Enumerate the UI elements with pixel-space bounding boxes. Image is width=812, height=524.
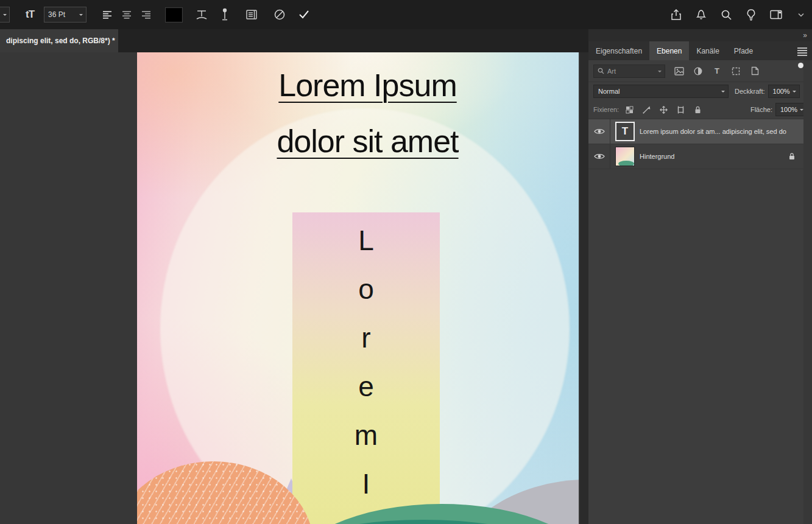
- layers-list: T Lorem ipsum dolor sit am... adipiscing…: [588, 119, 812, 169]
- text-cursor-icon[interactable]: [217, 7, 232, 23]
- panel-scrollbar[interactable]: [803, 60, 812, 524]
- opacity-label: Deckkraft:: [735, 88, 765, 95]
- blend-mode-select[interactable]: Normal: [593, 85, 729, 98]
- warp-text-icon[interactable]: [194, 7, 209, 23]
- toggle-panels-icon[interactable]: [244, 7, 259, 23]
- blend-mode-row: Normal Deckkraft: 100%: [588, 82, 812, 100]
- artwork-heading-line1: Lorem Ipsum: [147, 57, 579, 113]
- filter-adjustment-layers-icon[interactable]: [693, 66, 704, 77]
- photoshop-window: tT 36 Pt: [0, 0, 812, 524]
- commit-icon[interactable]: [297, 7, 311, 23]
- align-center-button[interactable]: [119, 7, 134, 23]
- vertical-letter: o: [292, 265, 440, 313]
- layer-row-background[interactable]: Hintergrund: [588, 144, 803, 169]
- layer-row-text[interactable]: T Lorem ipsum dolor sit am... adipiscing…: [588, 119, 803, 144]
- eye-icon: [594, 128, 605, 135]
- lock-label: Fixieren:: [593, 106, 619, 113]
- layer-filter-row: Art T: [588, 60, 812, 82]
- artwork-vertical-rect: L o r e m I p: [292, 212, 440, 524]
- options-bar-left: tT 36 Pt: [0, 0, 311, 29]
- fill-select[interactable]: 100%: [775, 103, 807, 116]
- opacity-select[interactable]: 100%: [768, 85, 800, 98]
- text-color-swatch[interactable]: [166, 8, 182, 22]
- tab-kanaele[interactable]: Kanäle: [689, 41, 726, 60]
- search-icon: [598, 68, 604, 74]
- vertical-letter: r: [292, 313, 440, 362]
- workspace-switcher-icon[interactable]: [769, 7, 783, 23]
- lock-position-icon[interactable]: [658, 104, 669, 115]
- eye-icon: [594, 153, 605, 160]
- filter-toggle-dot[interactable]: [798, 63, 803, 68]
- text-align-group: [100, 7, 154, 23]
- share-icon[interactable]: [669, 7, 683, 23]
- layer-visibility-cell[interactable]: [588, 144, 610, 169]
- tab-ebenen[interactable]: Ebenen: [649, 41, 689, 60]
- filter-pixel-layers-icon[interactable]: [674, 66, 685, 77]
- layer-name: Hintergrund: [640, 153, 785, 160]
- filter-shape-layers-icon[interactable]: [730, 66, 741, 77]
- panel-menu-icon[interactable]: [797, 46, 807, 57]
- right-panel: » Eigenschaften Ebenen Kanäle Pfade Art: [588, 29, 812, 524]
- options-bar: tT 36 Pt: [0, 0, 812, 29]
- panel-collapse-strip: »: [588, 29, 812, 41]
- document-tab[interactable]: dipiscing elit, sed do, RGB/8*) *: [0, 29, 118, 52]
- tab-pfade[interactable]: Pfade: [727, 41, 760, 60]
- discover-lightbulb-icon[interactable]: [744, 7, 758, 23]
- filter-kind-select[interactable]: Art: [593, 65, 665, 78]
- background-layer-thumbnail[interactable]: [615, 147, 635, 166]
- fill-label: Fläche:: [750, 106, 772, 113]
- filter-type-layers-icon[interactable]: T: [711, 66, 722, 77]
- cancel-icon[interactable]: [272, 7, 287, 23]
- artwork-canvas[interactable]: Lorem Ipsum dolor sit amet L o r e m I p: [137, 52, 579, 524]
- options-bar-right: [669, 0, 808, 29]
- font-size-icon: tT: [26, 9, 34, 21]
- document-tab-bar: dipiscing elit, sed do, RGB/8*) *: [0, 29, 588, 52]
- lock-transparency-icon[interactable]: [624, 104, 635, 115]
- font-size-select[interactable]: 36 Pt: [44, 7, 86, 23]
- lock-image-icon[interactable]: [641, 104, 652, 115]
- artwork-heading-line2: dolor sit amet: [147, 113, 579, 169]
- search-icon[interactable]: [719, 7, 733, 23]
- document-tab-title: dipiscing elit, sed do, RGB/8*) *: [6, 37, 115, 45]
- notifications-bell-icon[interactable]: [694, 7, 708, 23]
- filter-icon-group: T: [674, 66, 760, 77]
- align-right-button[interactable]: [139, 7, 154, 23]
- collapse-panels-icon[interactable]: »: [803, 31, 807, 40]
- vertical-letter: L: [292, 216, 440, 265]
- filter-kind-value: Art: [607, 68, 616, 75]
- layer-lock-icon: [789, 153, 795, 160]
- tool-preset-combo[interactable]: [0, 7, 10, 23]
- layer-visibility-cell[interactable]: [588, 119, 610, 144]
- panel-tab-bar: Eigenschaften Ebenen Kanäle Pfade: [588, 41, 812, 60]
- lock-row: Fixieren:: [588, 100, 812, 119]
- tab-eigenschaften[interactable]: Eigenschaften: [588, 41, 649, 60]
- font-size-value: 36 Pt: [48, 10, 65, 19]
- vertical-letter: e: [292, 362, 440, 411]
- align-left-button[interactable]: [100, 7, 115, 23]
- vertical-letter: m: [292, 411, 440, 459]
- artwork-heading: Lorem Ipsum dolor sit amet: [147, 57, 579, 169]
- artwork-vertical-text: L o r e m I p: [292, 216, 440, 524]
- vertical-letter: I: [292, 459, 440, 508]
- canvas-scrollbar[interactable]: [580, 52, 588, 524]
- lock-artboard-icon[interactable]: [675, 104, 686, 115]
- lock-all-icon[interactable]: [692, 104, 703, 115]
- lock-icon-group: [624, 104, 703, 115]
- layers-panel-body: Art T: [588, 60, 812, 524]
- layer-name: Lorem ipsum dolor sit am... adipiscing e…: [640, 128, 795, 135]
- canvas-area[interactable]: Lorem Ipsum dolor sit amet L o r e m I p: [0, 52, 580, 524]
- filter-smart-objects-icon[interactable]: [749, 66, 760, 77]
- text-layer-thumbnail[interactable]: T: [615, 122, 635, 141]
- chevron-down-icon[interactable]: [794, 7, 808, 23]
